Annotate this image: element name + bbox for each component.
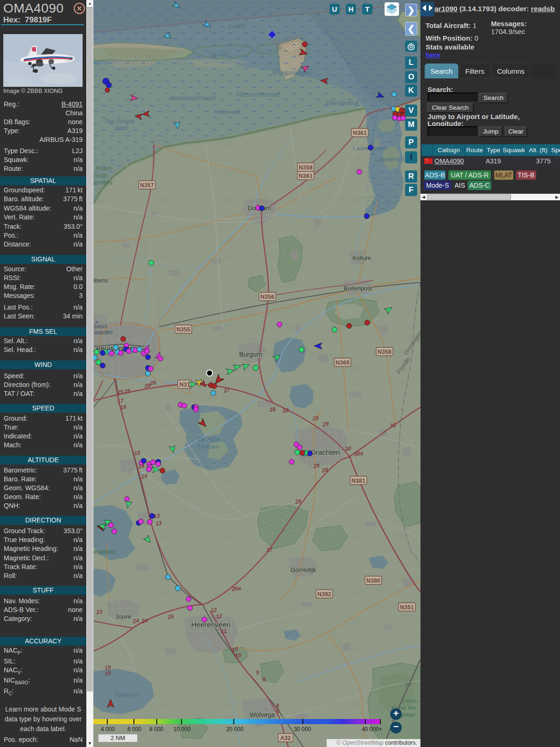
svg-text:29: 29: [321, 466, 328, 474]
svg-text:29: 29: [311, 415, 319, 422]
svg-text:N357: N357: [140, 182, 154, 189]
svg-text:Tsjûkemar: Tsjûkemar: [114, 691, 140, 698]
svg-text:14: 14: [140, 472, 147, 480]
svg-text:15: 15: [133, 449, 140, 457]
svg-text:Stiens: Stiens: [93, 277, 108, 284]
svg-text:25: 25: [167, 613, 174, 620]
svg-text:N361: N361: [299, 173, 313, 179]
svg-text:30: 30: [344, 445, 351, 452]
svg-text:Wierumerwad: Wierumerwad: [237, 90, 280, 98]
svg-text:Eilanderbult: Eilanderbult: [325, 99, 359, 106]
svg-text:plaat: plaat: [115, 125, 128, 131]
svg-text:A32: A32: [280, 735, 291, 741]
svg-text:Joure: Joure: [115, 613, 131, 620]
svg-text:Drachten: Drachten: [311, 448, 340, 456]
svg-text:De Alde: De Alde: [197, 436, 220, 443]
svg-text:26a: 26a: [231, 585, 241, 592]
svg-text:10: 10: [234, 652, 241, 659]
svg-text:✈: ✈: [95, 319, 99, 325]
svg-text:11: 11: [220, 627, 227, 635]
svg-text:19: 19: [104, 669, 111, 677]
svg-text:28: 28: [281, 407, 289, 414]
svg-text:N358: N358: [378, 349, 392, 355]
svg-text:ryslân: ryslân: [93, 172, 108, 179]
svg-text:31: 31: [389, 422, 396, 429]
svg-text:Noard-: Noard-: [96, 165, 113, 172]
svg-text:Piet Scheve: Piet Scheve: [105, 118, 135, 125]
svg-text:12: 12: [210, 606, 217, 614]
svg-text:ergebied: ergebied: [93, 549, 115, 555]
svg-text:N351: N351: [400, 604, 414, 611]
svg-text:Buitenpost: Buitenpost: [343, 285, 372, 292]
svg-text:Burgum: Burgum: [239, 351, 262, 358]
svg-text:25: 25: [116, 388, 124, 396]
svg-text:Wolvega: Wolvega: [250, 711, 275, 719]
svg-text:13: 13: [155, 520, 162, 527]
svg-text:23: 23: [95, 608, 103, 616]
svg-text:Feanen: Feanen: [198, 443, 219, 450]
svg-text:Engelsmanplaat: Engelsmanplaat: [273, 70, 314, 76]
svg-text:Drents-: Drents-: [401, 698, 419, 704]
svg-text:24: 24: [140, 617, 148, 625]
svg-text:N361: N361: [353, 130, 367, 136]
svg-text:Heerenveen: Heerenveen: [191, 620, 231, 628]
svg-text:Kollum: Kollum: [352, 254, 371, 261]
svg-text:De Hôn: De Hôn: [210, 52, 229, 58]
svg-text:16: 16: [119, 403, 126, 411]
svg-text:Gorredijk: Gorredijk: [291, 566, 316, 573]
svg-text:warden: warden: [94, 329, 113, 336]
svg-text:29: 29: [322, 420, 329, 428]
svg-text:Amelanderwad: Amelanderwad: [168, 94, 216, 102]
svg-text:30a: 30a: [353, 450, 364, 458]
svg-text:N369: N369: [336, 359, 350, 366]
svg-text:N356: N356: [260, 294, 274, 300]
svg-text:28: 28: [268, 406, 276, 413]
svg-text:N355: N355: [176, 326, 190, 333]
svg-text:tendyks: tendyks: [93, 179, 112, 186]
svg-text:Heideveld: Heideveld: [214, 109, 239, 115]
svg-text:29: 29: [312, 462, 320, 470]
svg-text:26: 26: [149, 379, 156, 387]
svg-text:N31: N31: [180, 381, 190, 388]
svg-text:28: 28: [294, 498, 301, 505]
svg-text:12: 12: [215, 613, 222, 620]
svg-text:N381: N381: [351, 478, 365, 484]
svg-text:25: 25: [123, 388, 131, 395]
svg-text:24: 24: [132, 617, 139, 625]
svg-text:N358: N358: [299, 164, 313, 171]
svg-text:N392: N392: [317, 591, 331, 598]
svg-text:N380: N380: [366, 578, 380, 584]
